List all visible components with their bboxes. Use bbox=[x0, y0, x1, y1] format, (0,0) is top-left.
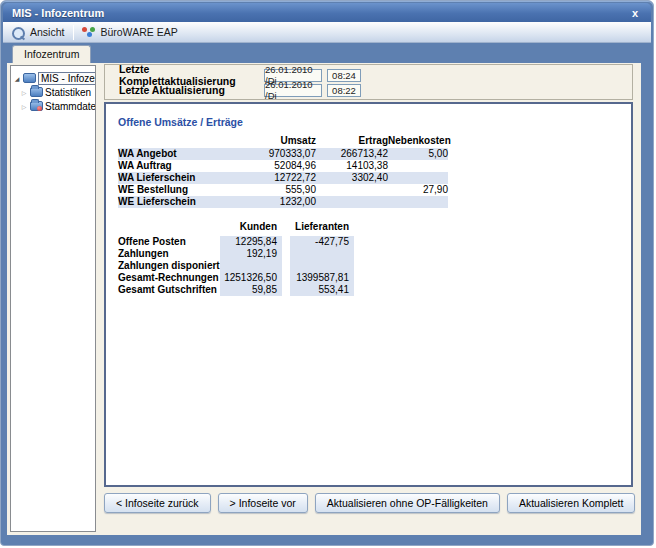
title-bar[interactable]: MIS - Infozentrum x bbox=[3, 3, 651, 22]
row-label: Zahlungen disponiert bbox=[118, 260, 220, 272]
table-row: WA Lieferschein 12722,72 3302,40 bbox=[118, 172, 448, 184]
tree-item-statistiken[interactable]: ▷ Statistiken bbox=[11, 85, 95, 99]
tree-item-stammdaten[interactable]: ▷ Stammdaten bbox=[11, 99, 95, 113]
cell-umsatz: 970333,07 bbox=[230, 148, 316, 160]
table-row: Zahlungen disponiert bbox=[118, 260, 354, 272]
table-row: WA Auftrag 52084,96 14103,38 bbox=[118, 160, 448, 172]
table-row: WE Bestellung 555,90 27,90 bbox=[118, 184, 448, 196]
col-header-ertrag: Ertrag bbox=[316, 134, 388, 148]
col-header-umsatz: Umsatz bbox=[230, 134, 316, 148]
cell-ertrag: 3302,40 bbox=[316, 172, 388, 184]
tree-item-label[interactable]: Statistiken bbox=[45, 87, 91, 98]
table-row: Zahlungen 192,19 bbox=[118, 248, 354, 260]
navigation-tree: ◢ MIS - Infozentrum ▷ Statistiken ▷ Stam… bbox=[10, 65, 96, 532]
cell-ertrag bbox=[316, 184, 388, 196]
page-title: Offene Umsätze / Erträge bbox=[118, 116, 243, 128]
ansicht-button[interactable]: Ansicht bbox=[6, 23, 71, 41]
info-page-panel: Offene Umsätze / Erträge Umsatz Ertrag N… bbox=[104, 102, 633, 487]
update-label: Letzte Aktualisierung bbox=[119, 84, 264, 96]
aktualisieren-komplett-button[interactable]: Aktualisieren Komplett bbox=[507, 493, 635, 513]
cell-lieferanten bbox=[290, 260, 354, 272]
table-header-row: Kunden Lieferanten bbox=[118, 220, 354, 236]
cell-nebenkosten: 27,90 bbox=[388, 184, 448, 196]
accounts-table: Kunden Lieferanten Offene Posten 12295,8… bbox=[118, 220, 354, 296]
cell-umsatz: 52084,96 bbox=[230, 160, 316, 172]
cell-nebenkosten: 5,00 bbox=[388, 148, 448, 160]
aktualisieren-ohne-op-button[interactable]: Aktualisieren ohne OP-Fälligkeiten bbox=[315, 493, 500, 513]
buroware-eap-button-label: BüroWARE EAP bbox=[100, 26, 177, 38]
update-info-panel: Letzte Komplettaktualisierung 26.01.2010… bbox=[104, 64, 633, 100]
cell-lieferanten: 553,41 bbox=[290, 284, 354, 296]
content-area: ◢ MIS - Infozentrum ▷ Statistiken ▷ Stam… bbox=[7, 63, 641, 535]
cell-kunden: 192,19 bbox=[220, 248, 282, 260]
tab-infozentrum[interactable]: Infozentrum bbox=[12, 45, 91, 63]
ansicht-button-label: Ansicht bbox=[30, 26, 64, 38]
table-row: Gesamt-Rechnungen 1251326,50 1399587,81 bbox=[118, 272, 354, 284]
view-magnifier-icon bbox=[11, 26, 26, 39]
cell-kunden: 1251326,50 bbox=[220, 272, 282, 284]
toolbar-separator bbox=[73, 25, 74, 40]
row-label: WE Bestellung bbox=[118, 184, 230, 196]
close-icon[interactable]: x bbox=[628, 7, 642, 19]
row-label: WE Lieferschein bbox=[118, 196, 230, 208]
cell-kunden bbox=[220, 260, 282, 272]
table-row: Offene Posten 12295,84 -427,75 bbox=[118, 236, 354, 248]
table-row: Gesamt Gutschriften 59,85 553,41 bbox=[118, 284, 354, 296]
row-label: WA Auftrag bbox=[118, 160, 230, 172]
cell-lieferanten: 1399587,81 bbox=[290, 272, 354, 284]
table-row: WA Angebot 970333,07 266713,42 5,00 bbox=[118, 148, 448, 160]
open-sales-table: Umsatz Ertrag Nebenkosten WA Angebot 970… bbox=[118, 134, 448, 208]
row-label: WA Angebot bbox=[118, 148, 230, 160]
cell-kunden: 12295,84 bbox=[220, 236, 282, 248]
cell-kunden: 59,85 bbox=[220, 284, 282, 296]
buroware-eap-button[interactable]: BüroWARE EAP bbox=[76, 23, 184, 41]
row-label: Gesamt Gutschriften bbox=[118, 284, 220, 296]
tree-collapsed-icon[interactable]: ▷ bbox=[20, 103, 28, 110]
update-row-last: Letzte Aktualisierung 26.01.2010 /Di 08:… bbox=[119, 83, 624, 97]
table-header-row: Umsatz Ertrag Nebenkosten bbox=[118, 134, 448, 148]
cell-lieferanten: -427,75 bbox=[290, 236, 354, 248]
row-label: Gesamt-Rechnungen bbox=[118, 272, 220, 284]
date-field[interactable]: 26.01.2010 /Di bbox=[264, 84, 322, 97]
update-row-complete: Letzte Komplettaktualisierung 26.01.2010… bbox=[119, 68, 624, 82]
master-data-folder-icon bbox=[30, 101, 43, 111]
cell-ertrag bbox=[316, 196, 388, 208]
cell-umsatz: 1232,00 bbox=[230, 196, 316, 208]
folder-icon bbox=[30, 87, 43, 97]
col-header-kunden: Kunden bbox=[220, 220, 282, 236]
infoseite-zurueck-button[interactable]: < Infoseite zurück bbox=[104, 493, 211, 513]
table-row: WE Lieferschein 1232,00 bbox=[118, 196, 448, 208]
row-label: WA Lieferschein bbox=[118, 172, 230, 184]
time-field[interactable]: 08:24 bbox=[327, 69, 361, 82]
col-header-lieferanten: Lieferanten bbox=[290, 220, 354, 236]
cell-nebenkosten bbox=[388, 160, 448, 172]
tab-strip: Infozentrum bbox=[7, 43, 641, 63]
tree-expanded-icon[interactable]: ◢ bbox=[13, 75, 21, 82]
col-header-nebenkosten: Nebenkosten bbox=[388, 134, 448, 148]
application-window: MIS - Infozentrum x Ansicht BüroWARE EAP… bbox=[0, 0, 654, 546]
cell-umsatz: 555,90 bbox=[230, 184, 316, 196]
cell-nebenkosten bbox=[388, 172, 448, 184]
infocenter-node-icon bbox=[23, 73, 36, 83]
cell-ertrag: 266713,42 bbox=[316, 148, 388, 160]
cell-lieferanten bbox=[290, 248, 354, 260]
cell-ertrag: 14103,38 bbox=[316, 160, 388, 172]
cell-nebenkosten bbox=[388, 196, 448, 208]
row-label: Offene Posten bbox=[118, 236, 220, 248]
cell-umsatz: 12722,72 bbox=[230, 172, 316, 184]
time-field[interactable]: 08:22 bbox=[327, 84, 361, 97]
tree-item-label[interactable]: Stammdaten bbox=[45, 101, 96, 112]
people-group-icon bbox=[81, 26, 96, 39]
toolbar: Ansicht BüroWARE EAP bbox=[3, 22, 651, 43]
tree-collapsed-icon[interactable]: ▷ bbox=[20, 89, 28, 96]
infoseite-vor-button[interactable]: > Infoseite vor bbox=[218, 493, 308, 513]
tree-item-label[interactable]: MIS - Infozentrum bbox=[38, 72, 96, 85]
footer-button-bar: < Infoseite zurück > Infoseite vor Aktua… bbox=[104, 493, 635, 513]
tree-item-mis-infozentrum[interactable]: ◢ MIS - Infozentrum bbox=[11, 71, 95, 85]
row-label: Zahlungen bbox=[118, 248, 220, 260]
window-title: MIS - Infozentrum bbox=[12, 7, 628, 19]
